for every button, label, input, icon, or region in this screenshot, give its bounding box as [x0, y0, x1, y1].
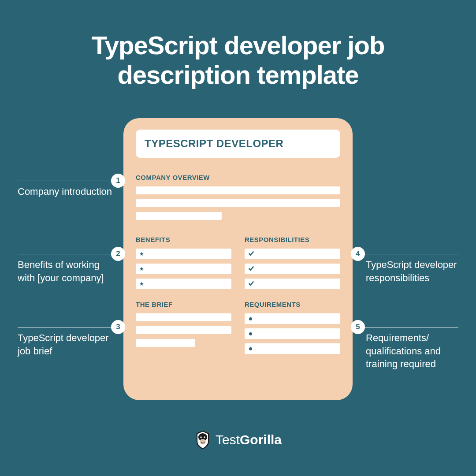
annotation-badge-5: 5: [351, 320, 365, 334]
annotation-1: Company introduction: [18, 185, 115, 198]
annotation-badge-2: 2: [111, 247, 125, 261]
requirement-item: [245, 313, 340, 324]
svg-point-3: [204, 436, 205, 438]
annotation-5: Requirements/ qualifications and trainin…: [366, 331, 467, 371]
bullet-icon: [249, 332, 252, 335]
connector-line: [18, 254, 115, 254]
bullet-icon: [249, 317, 252, 320]
check-icon: [248, 250, 254, 258]
overview-label: COMPANY OVERVIEW: [136, 174, 340, 181]
benefit-item: ★: [136, 264, 231, 274]
check-icon: [248, 265, 254, 273]
svg-point-2: [200, 436, 202, 438]
connector-line: [18, 181, 115, 181]
responsibilities-label: RESPONSIBILITIES: [245, 236, 340, 243]
responsibility-item: [245, 279, 340, 289]
requirement-item: [245, 343, 340, 354]
brief-label: THE BRIEF: [136, 301, 231, 308]
star-icon: ★: [139, 251, 144, 257]
connector-line: [18, 327, 115, 327]
brand-footer: TestGorilla: [0, 430, 476, 450]
connector-line: [361, 254, 458, 254]
brief-placeholder: [136, 313, 231, 347]
annotation-3: TypeScript developer job brief: [18, 331, 115, 357]
brand-text: TestGorilla: [216, 432, 282, 447]
requirement-item: [245, 328, 340, 339]
gorilla-icon: [194, 430, 211, 450]
bullet-icon: [249, 347, 252, 350]
star-icon: ★: [139, 266, 144, 272]
card-header: TYPESCRIPT DEVELOPER: [136, 130, 340, 158]
connector-line: [361, 327, 458, 327]
responsibility-item: [245, 249, 340, 259]
overview-placeholder: [136, 186, 340, 220]
star-icon: ★: [139, 281, 144, 287]
requirements-label: REQUIREMENTS: [245, 301, 340, 308]
check-icon: [248, 280, 254, 288]
annotation-2: Benefits of working with [your company]: [18, 258, 115, 284]
annotation-badge-3: 3: [111, 320, 125, 334]
template-card: TYPESCRIPT DEVELOPER COMPANY OVERVIEW BE…: [123, 118, 353, 400]
benefit-item: ★: [136, 279, 231, 289]
annotation-badge-4: 4: [351, 247, 365, 261]
annotation-badge-1: 1: [111, 174, 125, 188]
page-title: TypeScript developer job description tem…: [0, 0, 476, 107]
responsibility-item: [245, 264, 340, 274]
annotation-4: TypeScript developer responsibilities: [366, 258, 467, 284]
benefits-label: BENEFITS: [136, 236, 231, 243]
benefit-item: ★: [136, 249, 231, 259]
